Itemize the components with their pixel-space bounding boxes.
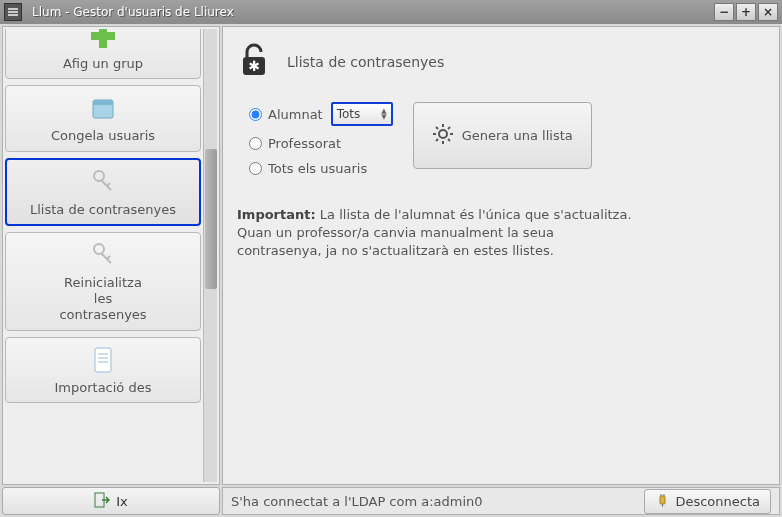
sidebar-item-afig-grup[interactable]: Afig un grup (5, 29, 201, 79)
spin-arrows-icon: ▲▼ (381, 108, 386, 120)
sidebar-item-llista-contrasenyes[interactable]: Llista de contrasenyes (5, 158, 201, 226)
svg-line-6 (107, 183, 110, 186)
unlock-icon: ✱ (237, 41, 275, 82)
keys-icon (87, 166, 119, 198)
sidebar-item-label: Llista de contrasenyes (30, 202, 176, 218)
exit-button[interactable]: Ix (2, 487, 220, 515)
panel-header: ✱ Llista de contrasenyes (237, 41, 765, 82)
svg-line-9 (107, 256, 110, 259)
plus-group-icon (87, 29, 119, 52)
scrollbar-thumb[interactable] (205, 149, 217, 289)
info-label: Important: (237, 207, 316, 222)
maximize-button[interactable]: + (736, 3, 756, 21)
sidebar-item-importacio[interactable]: Importació des (5, 337, 201, 403)
sidebar-item-label: Importació des (55, 380, 152, 396)
status-text: S'ha connectat a l'LDAP com a:admin0 (231, 494, 636, 509)
sidebar-item-congela[interactable]: Congela usuaris (5, 85, 201, 151)
info-text: Important: La llista de l'alumnat és l'ú… (237, 206, 765, 261)
svg-line-24 (436, 139, 438, 141)
status-bar: S'ha connectat a l'LDAP com a:admin0 Des… (222, 487, 780, 515)
main-panel: ✱ Llista de contrasenyes Alumnat Tots ▲▼ (222, 26, 780, 485)
close-button[interactable]: × (758, 3, 778, 21)
keys-icon (87, 239, 119, 271)
svg-line-23 (448, 139, 450, 141)
generate-list-button[interactable]: Genera una llista (413, 102, 592, 169)
svg-line-22 (436, 127, 438, 129)
sidebar-item-label: Afig un grup (63, 56, 143, 72)
radio-tots-input[interactable] (249, 162, 262, 175)
titlebar: Llum - Gestor d'usuaris de Lliurex − + × (0, 0, 782, 24)
radio-alumnat[interactable]: Alumnat Tots ▲▼ (249, 102, 393, 126)
radio-tots[interactable]: Tots els usuaris (249, 161, 393, 176)
svg-rect-1 (91, 32, 115, 40)
radio-label: Professorat (268, 136, 341, 151)
folder-freeze-icon (87, 92, 119, 124)
window-title: Llum - Gestor d'usuaris de Lliurex (26, 5, 714, 19)
select-value: Tots (337, 107, 361, 121)
svg-rect-3 (93, 100, 113, 105)
minimize-button[interactable]: − (714, 3, 734, 21)
disconnect-label: Desconnecta (675, 494, 760, 509)
plug-icon (655, 493, 669, 510)
disconnect-button[interactable]: Desconnecta (644, 489, 771, 514)
svg-point-7 (94, 244, 104, 254)
svg-rect-10 (95, 348, 111, 372)
menu-icon[interactable] (4, 3, 22, 21)
svg-line-8 (101, 253, 111, 263)
svg-point-4 (94, 171, 104, 181)
svg-point-17 (439, 130, 447, 138)
gear-icon (432, 123, 454, 148)
sidebar-item-label: Reinicialitza les contrasenyes (59, 275, 146, 324)
document-icon (87, 344, 119, 376)
alumnat-filter-select[interactable]: Tots ▲▼ (331, 102, 393, 126)
sidebar: Afig un grup Congela usuaris Llista de c… (2, 26, 220, 485)
sidebar-item-reinicialitza[interactable]: Reinicialitza les contrasenyes (5, 232, 201, 331)
svg-line-5 (101, 180, 111, 190)
exit-icon (94, 492, 110, 511)
radio-label: Alumnat (268, 107, 323, 122)
scrollbar[interactable] (203, 29, 217, 482)
sidebar-item-label: Congela usuaris (51, 128, 155, 144)
radio-professorat-input[interactable] (249, 137, 262, 150)
window-controls: − + × (714, 3, 778, 21)
radio-group: Alumnat Tots ▲▼ Professorat Tots els usu… (249, 102, 393, 176)
radio-alumnat-input[interactable] (249, 108, 262, 121)
exit-label: Ix (116, 494, 128, 509)
generate-label: Genera una llista (462, 128, 573, 143)
radio-label: Tots els usuaris (268, 161, 367, 176)
panel-title: Llista de contrasenyes (287, 54, 444, 70)
svg-line-25 (448, 127, 450, 129)
svg-text:✱: ✱ (248, 58, 260, 74)
radio-professorat[interactable]: Professorat (249, 136, 393, 151)
svg-rect-26 (660, 496, 665, 504)
